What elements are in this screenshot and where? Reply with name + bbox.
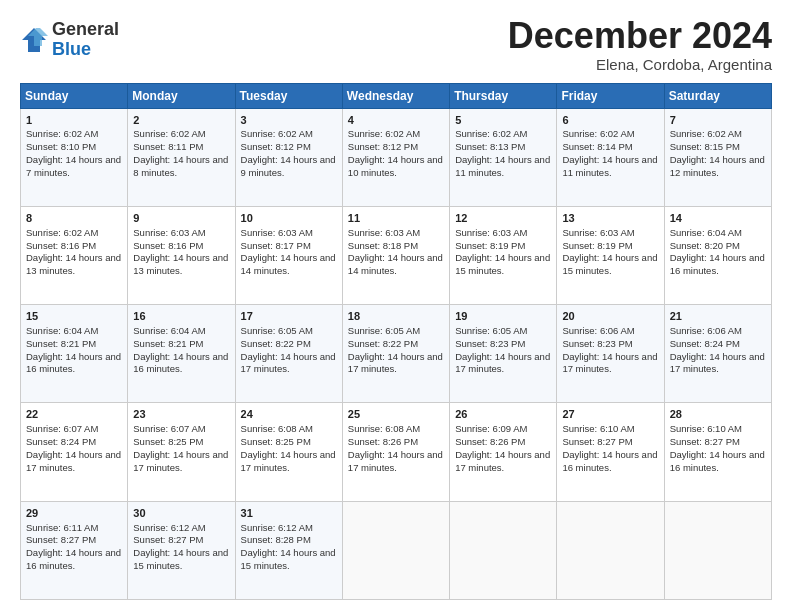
sunrise-24: Sunrise: 6:08 AM: [241, 423, 313, 434]
cell-dec10: 10 Sunrise: 6:03 AM Sunset: 8:17 PM Dayl…: [235, 206, 342, 304]
cell-empty-4: [664, 501, 771, 599]
daylight-21: Daylight: 14 hours and 17 minutes.: [670, 351, 765, 375]
daylight-29: Daylight: 14 hours and 16 minutes.: [26, 547, 121, 571]
day-num-20: 20: [562, 309, 658, 324]
logo-text: General Blue: [52, 20, 119, 60]
sunset-26: Sunset: 8:26 PM: [455, 436, 525, 447]
sunrise-26: Sunrise: 6:09 AM: [455, 423, 527, 434]
cell-dec7: 7 Sunrise: 6:02 AM Sunset: 8:15 PM Dayli…: [664, 108, 771, 206]
sunset-19: Sunset: 8:23 PM: [455, 338, 525, 349]
sunset-24: Sunset: 8:25 PM: [241, 436, 311, 447]
sunrise-9: Sunrise: 6:03 AM: [133, 227, 205, 238]
daylight-31: Daylight: 14 hours and 15 minutes.: [241, 547, 336, 571]
sunset-20: Sunset: 8:23 PM: [562, 338, 632, 349]
sunset-6: Sunset: 8:14 PM: [562, 141, 632, 152]
day-num-18: 18: [348, 309, 444, 324]
sunrise-18: Sunrise: 6:05 AM: [348, 325, 420, 336]
daylight-9: Daylight: 14 hours and 13 minutes.: [133, 252, 228, 276]
col-thursday: Thursday: [450, 83, 557, 108]
day-num-15: 15: [26, 309, 122, 324]
day-num-29: 29: [26, 506, 122, 521]
calendar-row-week5: 29 Sunrise: 6:11 AM Sunset: 8:27 PM Dayl…: [21, 501, 772, 599]
sunset-12: Sunset: 8:19 PM: [455, 240, 525, 251]
sunrise-4: Sunrise: 6:02 AM: [348, 128, 420, 139]
cell-dec27: 27 Sunrise: 6:10 AM Sunset: 8:27 PM Dayl…: [557, 403, 664, 501]
day-num-30: 30: [133, 506, 229, 521]
sunset-29: Sunset: 8:27 PM: [26, 534, 96, 545]
cell-dec4: 4 Sunrise: 6:02 AM Sunset: 8:12 PM Dayli…: [342, 108, 449, 206]
cell-dec13: 13 Sunrise: 6:03 AM Sunset: 8:19 PM Dayl…: [557, 206, 664, 304]
day-num-21: 21: [670, 309, 766, 324]
cell-dec11: 11 Sunrise: 6:03 AM Sunset: 8:18 PM Dayl…: [342, 206, 449, 304]
day-num-27: 27: [562, 407, 658, 422]
day-num-31: 31: [241, 506, 337, 521]
sunset-3: Sunset: 8:12 PM: [241, 141, 311, 152]
sunrise-13: Sunrise: 6:03 AM: [562, 227, 634, 238]
calendar-header-row: Sunday Monday Tuesday Wednesday Thursday…: [21, 83, 772, 108]
calendar-row-week1: 1 Sunrise: 6:02 AM Sunset: 8:10 PM Dayli…: [21, 108, 772, 206]
sunrise-23: Sunrise: 6:07 AM: [133, 423, 205, 434]
day-num-1: 1: [26, 113, 122, 128]
sunrise-5: Sunrise: 6:02 AM: [455, 128, 527, 139]
day-num-24: 24: [241, 407, 337, 422]
daylight-10: Daylight: 14 hours and 14 minutes.: [241, 252, 336, 276]
sunrise-7: Sunrise: 6:02 AM: [670, 128, 742, 139]
day-num-19: 19: [455, 309, 551, 324]
title-block: December 2024 Elena, Cordoba, Argentina: [508, 16, 772, 73]
sunset-22: Sunset: 8:24 PM: [26, 436, 96, 447]
daylight-27: Daylight: 14 hours and 16 minutes.: [562, 449, 657, 473]
sunset-15: Sunset: 8:21 PM: [26, 338, 96, 349]
cell-empty-3: [557, 501, 664, 599]
sunrise-31: Sunrise: 6:12 AM: [241, 522, 313, 533]
daylight-26: Daylight: 14 hours and 17 minutes.: [455, 449, 550, 473]
daylight-22: Daylight: 14 hours and 17 minutes.: [26, 449, 121, 473]
cell-dec22: 22 Sunrise: 6:07 AM Sunset: 8:24 PM Dayl…: [21, 403, 128, 501]
col-tuesday: Tuesday: [235, 83, 342, 108]
day-num-6: 6: [562, 113, 658, 128]
daylight-16: Daylight: 14 hours and 16 minutes.: [133, 351, 228, 375]
cell-dec9: 9 Sunrise: 6:03 AM Sunset: 8:16 PM Dayli…: [128, 206, 235, 304]
sunrise-14: Sunrise: 6:04 AM: [670, 227, 742, 238]
sunset-23: Sunset: 8:25 PM: [133, 436, 203, 447]
sunrise-27: Sunrise: 6:10 AM: [562, 423, 634, 434]
calendar-row-week3: 15 Sunrise: 6:04 AM Sunset: 8:21 PM Dayl…: [21, 305, 772, 403]
daylight-20: Daylight: 14 hours and 17 minutes.: [562, 351, 657, 375]
cell-dec6: 6 Sunrise: 6:02 AM Sunset: 8:14 PM Dayli…: [557, 108, 664, 206]
day-num-17: 17: [241, 309, 337, 324]
sunrise-28: Sunrise: 6:10 AM: [670, 423, 742, 434]
sunset-5: Sunset: 8:13 PM: [455, 141, 525, 152]
sunrise-11: Sunrise: 6:03 AM: [348, 227, 420, 238]
sunrise-21: Sunrise: 6:06 AM: [670, 325, 742, 336]
cell-dec1: 1 Sunrise: 6:02 AM Sunset: 8:10 PM Dayli…: [21, 108, 128, 206]
day-num-12: 12: [455, 211, 551, 226]
sunrise-3: Sunrise: 6:02 AM: [241, 128, 313, 139]
logo-icon: [20, 26, 48, 54]
day-num-4: 4: [348, 113, 444, 128]
cell-dec20: 20 Sunrise: 6:06 AM Sunset: 8:23 PM Dayl…: [557, 305, 664, 403]
header: General Blue December 2024 Elena, Cordob…: [20, 16, 772, 73]
daylight-15: Daylight: 14 hours and 16 minutes.: [26, 351, 121, 375]
sunrise-29: Sunrise: 6:11 AM: [26, 522, 98, 533]
cell-dec14: 14 Sunrise: 6:04 AM Sunset: 8:20 PM Dayl…: [664, 206, 771, 304]
daylight-28: Daylight: 14 hours and 16 minutes.: [670, 449, 765, 473]
sunset-7: Sunset: 8:15 PM: [670, 141, 740, 152]
cell-dec3: 3 Sunrise: 6:02 AM Sunset: 8:12 PM Dayli…: [235, 108, 342, 206]
calendar-row-week4: 22 Sunrise: 6:07 AM Sunset: 8:24 PM Dayl…: [21, 403, 772, 501]
daylight-12: Daylight: 14 hours and 15 minutes.: [455, 252, 550, 276]
daylight-8: Daylight: 14 hours and 13 minutes.: [26, 252, 121, 276]
col-sunday: Sunday: [21, 83, 128, 108]
logo: General Blue: [20, 20, 119, 60]
sunrise-6: Sunrise: 6:02 AM: [562, 128, 634, 139]
cell-dec19: 19 Sunrise: 6:05 AM Sunset: 8:23 PM Dayl…: [450, 305, 557, 403]
col-friday: Friday: [557, 83, 664, 108]
daylight-18: Daylight: 14 hours and 17 minutes.: [348, 351, 443, 375]
col-wednesday: Wednesday: [342, 83, 449, 108]
cell-dec23: 23 Sunrise: 6:07 AM Sunset: 8:25 PM Dayl…: [128, 403, 235, 501]
cell-dec25: 25 Sunrise: 6:08 AM Sunset: 8:26 PM Dayl…: [342, 403, 449, 501]
daylight-13: Daylight: 14 hours and 15 minutes.: [562, 252, 657, 276]
sunset-14: Sunset: 8:20 PM: [670, 240, 740, 251]
sunrise-1: Sunrise: 6:02 AM: [26, 128, 98, 139]
sunset-21: Sunset: 8:24 PM: [670, 338, 740, 349]
sunset-8: Sunset: 8:16 PM: [26, 240, 96, 251]
cell-dec21: 21 Sunrise: 6:06 AM Sunset: 8:24 PM Dayl…: [664, 305, 771, 403]
